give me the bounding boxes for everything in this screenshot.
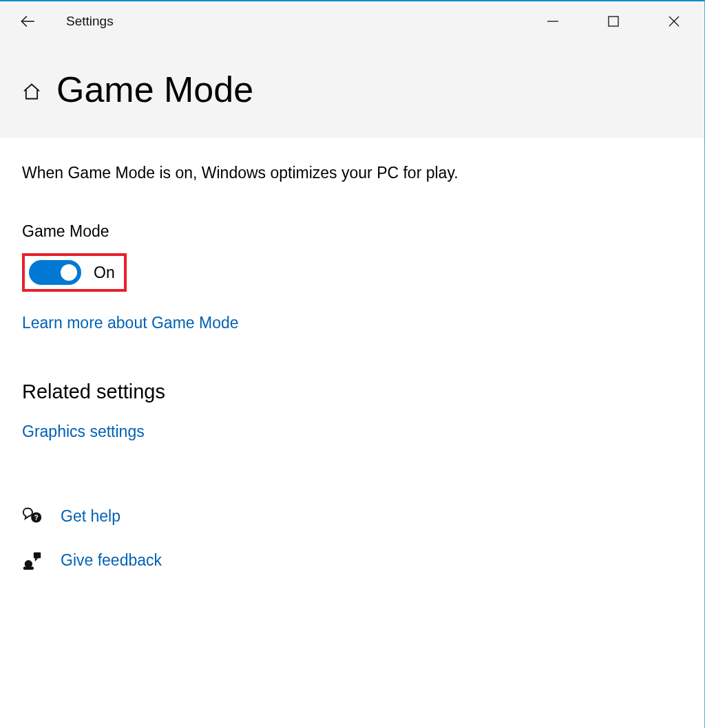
content-area: When Game Mode is on, Windows optimizes … (0, 138, 704, 614)
back-arrow-icon (19, 12, 36, 30)
svg-rect-8 (23, 566, 34, 570)
svg-rect-9 (34, 553, 41, 558)
give-feedback-link[interactable]: Give feedback (61, 551, 162, 570)
close-button[interactable] (644, 1, 704, 41)
home-icon[interactable] (22, 82, 41, 101)
graphics-settings-link[interactable]: Graphics settings (22, 422, 682, 441)
app-title: Settings (50, 14, 114, 29)
svg-rect-2 (609, 17, 618, 26)
get-help-row: ? Get help (22, 506, 682, 526)
page-title: Game Mode (56, 69, 253, 110)
titlebar: Settings (0, 1, 704, 41)
minimize-button[interactable] (523, 1, 583, 41)
give-feedback-row: Give feedback (22, 550, 682, 570)
game-mode-toggle-state: On (94, 264, 115, 282)
back-button[interactable] (6, 1, 50, 41)
maximize-button[interactable] (583, 1, 644, 41)
game-mode-label: Game Mode (22, 222, 682, 241)
game-mode-toggle[interactable] (29, 260, 81, 285)
svg-marker-10 (35, 558, 39, 561)
svg-text:?: ? (34, 514, 38, 522)
maximize-icon (607, 15, 620, 28)
help-icon: ? (22, 506, 43, 526)
learn-more-link[interactable]: Learn more about Game Mode (22, 314, 682, 332)
close-icon (668, 15, 680, 28)
game-mode-toggle-row: On (22, 253, 682, 292)
highlight-annotation: On (22, 253, 127, 292)
get-help-link[interactable]: Get help (61, 507, 120, 526)
minimize-icon (547, 15, 559, 28)
settings-window: Settings Game Mode Whe (0, 0, 705, 728)
game-mode-description: When Game Mode is on, Windows optimizes … (22, 164, 682, 182)
page-header: Game Mode (0, 41, 704, 138)
toggle-knob (61, 264, 77, 281)
feedback-icon (22, 550, 43, 570)
related-settings-heading: Related settings (22, 381, 682, 403)
